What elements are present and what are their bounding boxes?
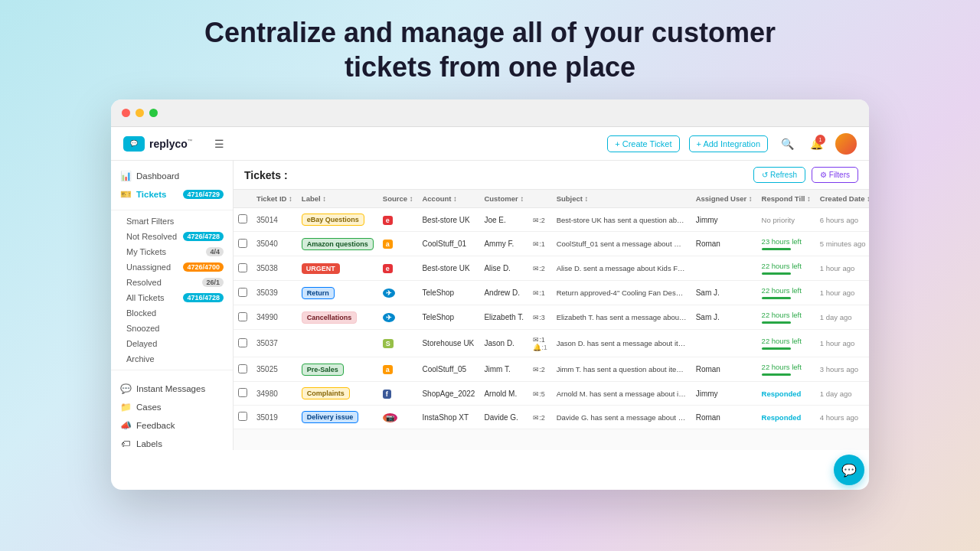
msg-count-cell: ✉:2 [528,406,552,429]
main-content: Tickets : ↺ Refresh ⚙ Filters Ticket ID … [234,161,869,450]
ticket-id-cell: 35014 [252,208,297,232]
respond-till-cell: 23 hours left [757,232,815,256]
col-source[interactable]: Source ↕ [378,190,418,208]
respond-till-cell: 22 hours left [757,330,815,357]
my-tickets-badge: 4/4 [206,247,224,256]
snoozed-label: Snoozed [126,324,224,333]
app-layout: 📊 Dashboard 🎫 Tickets 4716/4729 Smart Fi… [111,161,869,450]
subject-cell: CoolStuff_01 sent a message about Metal … [552,232,691,256]
page-headline: Centralize and manage all of your custom… [203,15,777,84]
col-created-date[interactable]: Created Date ↕ [815,190,869,208]
delayed-label: Delayed [126,339,224,348]
subject-cell: Arnold M. has sent a message about item … [552,382,691,406]
row-checkbox-cell[interactable] [234,281,252,305]
all-tickets-label: All Tickets [126,293,178,302]
msg-count-cell: ✉:5 [528,382,552,406]
sidebar-item-all-tickets[interactable]: All Tickets 4716/4728 [111,290,233,305]
refresh-button[interactable]: ↺ Refresh [753,167,805,183]
msg-count-cell: ✉:1🔔:1 [528,330,552,357]
table-row: 35038 URGENT e Best-store UK Alise D. ✉:… [234,256,869,281]
created-date-cell: 6 hours ago [815,208,869,232]
sidebar-item-snoozed[interactable]: Snoozed [111,321,233,336]
sidebar-item-labels[interactable]: 🏷 Labels [111,435,233,450]
sidebar-item-smart-filters[interactable]: Smart Filters [111,214,233,229]
sidebar-item-dashboard[interactable]: 📊 Dashboard [111,167,233,185]
col-subject[interactable]: Subject ↕ [552,190,691,208]
search-icon[interactable]: 🔍 [777,134,797,154]
instant-messages-label: Instant Messages [136,384,224,393]
col-customer[interactable]: Customer ↕ [479,190,528,208]
sidebar-item-delayed[interactable]: Delayed [111,336,233,351]
row-checkbox-cell[interactable] [234,305,252,330]
create-ticket-button[interactable]: + Create Ticket [607,135,679,152]
filters-button[interactable]: ⚙ Filters [812,167,858,183]
row-checkbox-cell[interactable] [234,208,252,232]
col-ticket-id[interactable]: Ticket ID ↕ [252,190,297,208]
created-date-cell: 3 hours ago [815,357,869,382]
customer-cell: Jason D. [479,330,528,357]
account-cell: TeleShop [417,281,479,305]
tickets-actions: ↺ Refresh ⚙ Filters [753,167,858,183]
browser-dot-yellow[interactable] [136,109,144,117]
created-date-cell: 1 day ago [815,382,869,406]
tickets-badge: 4716/4729 [183,190,224,199]
row-checkbox-cell[interactable] [234,406,252,429]
row-checkbox-cell[interactable] [234,382,252,406]
table-row: 35019 Delivery issue 📷 InstaShop XT Davi… [234,406,869,429]
chat-bubble-button[interactable]: 💬 [834,455,864,485]
subject-cell: Elizabeth T. has sent a message about it… [552,305,691,330]
respond-till-cell: 22 hours left [757,357,815,382]
respond-till-cell: 22 hours left [757,256,815,281]
avatar[interactable] [835,133,857,155]
row-checkbox-cell[interactable] [234,357,252,382]
label-cell: Amazon questions [297,232,378,256]
ticket-id-cell: 35040 [252,232,297,256]
account-cell: InstaShop XT [417,406,479,429]
label-cell: Cancellations [297,305,378,330]
sidebar-item-blocked[interactable]: Blocked [111,305,233,321]
not-resolved-badge: 4726/4728 [183,232,224,241]
col-assigned-user[interactable]: Assigned User ↕ [691,190,757,208]
label-cell: Delivery issue [297,406,378,429]
col-account[interactable]: Account ↕ [417,190,479,208]
source-cell: f [378,382,418,406]
notification-bell-icon[interactable]: 🔔 1 [806,134,826,154]
notification-badge: 1 [815,135,825,145]
cases-label: Cases [136,403,224,412]
add-integration-button[interactable]: + Add Integration [689,135,768,152]
sidebar-item-feedback[interactable]: 📣 Feedback [111,416,233,435]
sidebar-item-not-resolved[interactable]: Not Resolved 4726/4728 [111,229,233,244]
customer-cell: Ammy F. [479,232,528,256]
hamburger-icon[interactable]: ☰ [214,138,224,150]
sidebar-item-resolved[interactable]: Resolved 26/1 [111,275,233,290]
respond-till-cell: Responded [757,382,815,406]
ticket-id-cell: 34980 [252,382,297,406]
table-row: 35039 Return ✈ TeleShop Andrew D. ✉:1 Re… [234,281,869,305]
browser-dot-green[interactable] [149,109,158,117]
sidebar-item-tickets[interactable]: 🎫 Tickets 4716/4729 [111,185,233,204]
msg-count-cell: ✉:3 [528,305,552,330]
resolved-badge: 26/1 [202,278,224,287]
label-cell: Return [297,281,378,305]
sidebar-item-my-tickets[interactable]: My Tickets 4/4 [111,244,233,259]
col-label[interactable]: Label ↕ [297,190,378,208]
label-cell [297,330,378,357]
sidebar-item-unassigned[interactable]: Unassigned 4726/4700 [111,259,233,275]
respond-till-cell: 22 hours left [757,305,815,330]
labels-label: Labels [136,439,224,448]
row-checkbox-cell[interactable] [234,330,252,357]
browser-dot-red[interactable] [122,109,130,117]
sidebar-item-cases[interactable]: 📁 Cases [111,398,233,416]
sidebar-item-archive[interactable]: Archive [111,351,233,367]
row-checkbox-cell[interactable] [234,232,252,256]
feedback-icon: 📣 [120,420,131,431]
tickets-title: Tickets : [244,169,753,181]
col-respond-till[interactable]: Respond Till ↕ [757,190,815,208]
feedback-label: Feedback [136,421,224,430]
assigned-user-cell: Sam J. [691,305,757,330]
respond-till-cell: Responded [757,406,815,429]
row-checkbox-cell[interactable] [234,256,252,281]
sidebar-item-instant-messages[interactable]: 💬 Instant Messages [111,380,233,398]
not-resolved-label: Not Resolved [126,232,178,241]
subject-cell: Jimm T. has sent a question about item #… [552,357,691,382]
